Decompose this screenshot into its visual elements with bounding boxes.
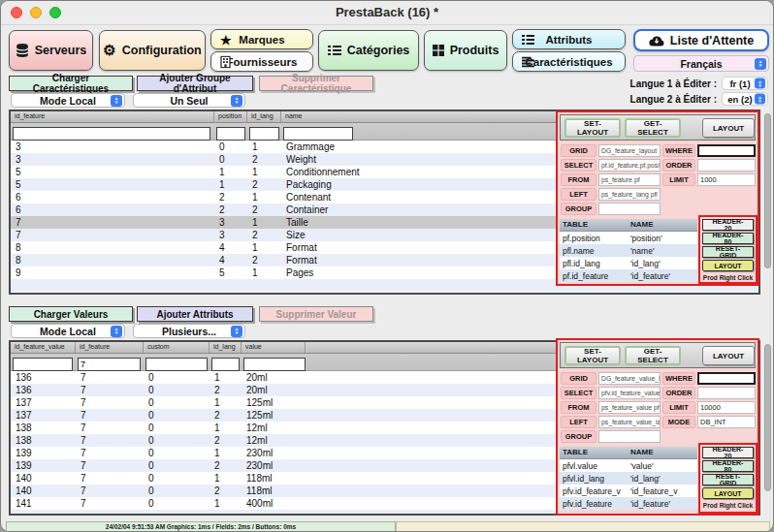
filter-input[interactable] bbox=[243, 358, 306, 371]
feature-query-panel: SET-LAYOUT GET-SELECT LAYOUT GRID DG_fea… bbox=[556, 110, 759, 286]
nav-configuration-button[interactable]: ⚙ Configuration bbox=[99, 30, 206, 71]
map-row[interactable]: pf.id_feature 'id_feature' bbox=[560, 269, 697, 282]
nav-fournisseurs-button[interactable]: Fournisseurs bbox=[210, 51, 313, 72]
window-title: PrestaBack (16) * bbox=[1, 5, 773, 19]
column-header[interactable]: custom bbox=[144, 342, 210, 353]
ajouter-attributs-button[interactable]: Ajouter Attributs bbox=[137, 306, 253, 322]
left-field-label: LEFT bbox=[561, 416, 597, 428]
get-select-button[interactable]: GET-SELECT bbox=[625, 118, 681, 138]
layout-side-button[interactable]: LAYOUT bbox=[702, 487, 754, 499]
filter-input[interactable] bbox=[13, 127, 210, 141]
set-layout-button[interactable]: SET-LAYOUT bbox=[564, 346, 621, 365]
limit-field-value[interactable]: 1000 bbox=[697, 173, 756, 186]
bullet-list-icon bbox=[522, 34, 534, 45]
grid-field-value[interactable]: DG_feature_layout bbox=[598, 144, 661, 157]
filter-input[interactable] bbox=[78, 358, 141, 371]
feature-count-select[interactable]: Un Seul ▲▼ bbox=[133, 93, 245, 108]
interface-language-value: Français bbox=[680, 58, 722, 70]
map-row[interactable]: pfv.id_feature_v 'id_feature_v bbox=[560, 485, 697, 497]
nav-produits-button[interactable]: Produits bbox=[424, 30, 507, 71]
group-field-value[interactable] bbox=[598, 203, 661, 215]
header-80-button[interactable]: HEADER-80 bbox=[702, 460, 754, 472]
group-field-label: GROUP bbox=[561, 203, 597, 215]
column-header[interactable]: id_lang bbox=[247, 111, 281, 122]
charger-valeurs-button[interactable]: Charger Valeurs bbox=[9, 306, 133, 322]
mode-field-value[interactable]: DB_INT bbox=[697, 416, 756, 428]
header-20-button[interactable]: HEADER-20 bbox=[702, 447, 754, 458]
limit-field-value[interactable]: 10000 bbox=[697, 401, 756, 414]
panel-button-strip: SET-LAYOUT GET-SELECT LAYOUT bbox=[560, 342, 756, 368]
value-mode-select[interactable]: Mode Local ▲▼ bbox=[11, 324, 125, 338]
from-field-value[interactable]: ps_feature pf bbox=[598, 173, 661, 186]
map-row[interactable]: pf.position 'position' bbox=[560, 232, 697, 244]
filter-input[interactable] bbox=[145, 358, 208, 371]
nav-categories-button[interactable]: Catégories bbox=[318, 30, 419, 71]
filter-input[interactable] bbox=[211, 358, 240, 371]
map-row[interactable]: pfv.id_feature 'id_feature' bbox=[560, 497, 697, 510]
nav-serveurs-button[interactable]: Serveurs bbox=[9, 30, 93, 71]
layout-side-button[interactable]: LAYOUT bbox=[702, 260, 754, 271]
value-side-buttons: HEADER-20 HEADER-80 RESET-GRID LAYOUT Pr… bbox=[698, 443, 758, 514]
stepper-icon: ▲▼ bbox=[755, 58, 766, 70]
cloud-download-icon bbox=[649, 35, 664, 47]
reset-grid-button[interactable]: RESET-GRID bbox=[702, 474, 754, 485]
where-field-value[interactable] bbox=[697, 372, 756, 385]
panel-button-strip: SET-LAYOUT GET-SELECT LAYOUT bbox=[560, 114, 756, 141]
where-field-value[interactable] bbox=[697, 144, 756, 157]
value-table-scrollbar[interactable] bbox=[763, 341, 772, 515]
map-row[interactable]: pfvl.id_lang 'id_lang' bbox=[560, 472, 697, 485]
column-header[interactable]: position bbox=[214, 111, 247, 122]
nav-liste-attente-button[interactable]: Liste d'Attente bbox=[633, 29, 769, 51]
nav-categories-label: Catégories bbox=[347, 44, 410, 57]
supprimer-caracteristique-button[interactable]: Supprimer Caractéristique bbox=[259, 76, 373, 91]
value-query-panel: SET-LAYOUT GET-SELECT LAYOUT GRID DG_fea… bbox=[556, 338, 759, 516]
gear-icon: ⚙ bbox=[103, 42, 115, 59]
column-header[interactable]: id_lang bbox=[210, 342, 242, 353]
interface-language-select[interactable]: Français ▲▼ bbox=[633, 55, 769, 72]
order-field-value[interactable] bbox=[697, 159, 756, 172]
stepper-icon: ▲▼ bbox=[231, 326, 242, 337]
map-row[interactable]: pfvl.value 'value' bbox=[560, 459, 697, 472]
value-mode-value: Mode Local bbox=[40, 326, 96, 337]
left-field-value[interactable]: ps_feature_lang pfl ON bbox=[598, 188, 661, 201]
get-select-button[interactable]: GET-SELECT bbox=[625, 346, 681, 365]
map-row[interactable]: pfl.name 'name' bbox=[560, 244, 697, 257]
filter-input[interactable] bbox=[249, 127, 279, 141]
filter-input[interactable] bbox=[283, 127, 353, 141]
grid-field-value[interactable]: DG_feature_value_layo bbox=[598, 372, 661, 385]
select-field-value[interactable]: pfv.id_feature_value,p bbox=[598, 387, 661, 399]
lang2-label: Langue 2 à Éditer : bbox=[525, 94, 717, 105]
column-header[interactable]: id_feature bbox=[76, 342, 144, 353]
value-count-select[interactable]: Plusieurs... ▲▼ bbox=[133, 324, 245, 338]
set-layout-button[interactable]: SET-LAYOUT bbox=[564, 118, 621, 138]
column-header[interactable]: id_feature bbox=[11, 111, 214, 122]
database-icon bbox=[16, 43, 29, 58]
nav-attributs-button[interactable]: Attributs bbox=[512, 29, 626, 49]
feature-table-scrollbar[interactable] bbox=[763, 110, 772, 294]
nav-caracteristiques-button[interactable]: Caractéristiques bbox=[512, 51, 626, 72]
feature-mode-select[interactable]: Mode Local ▲▼ bbox=[11, 93, 125, 108]
column-header[interactable]: id_feature_value bbox=[11, 342, 76, 353]
layout-button[interactable]: LAYOUT bbox=[702, 118, 755, 138]
order-field-value[interactable] bbox=[697, 387, 756, 399]
map-row[interactable]: pfl.id_lang 'id_lang' bbox=[560, 257, 697, 269]
filter-input[interactable] bbox=[216, 127, 245, 141]
select-field-value[interactable]: pf.id_feature,pf.positio bbox=[598, 159, 661, 172]
lang1-select[interactable]: fr (1) ▲▼ bbox=[722, 77, 768, 90]
group-field-value[interactable] bbox=[598, 430, 661, 443]
charger-caracteristiques-button[interactable]: Charger Caractéristiques bbox=[9, 76, 133, 91]
column-header[interactable]: value bbox=[242, 342, 306, 353]
layout-button[interactable]: LAYOUT bbox=[702, 346, 755, 365]
scrollbar-thumb[interactable] bbox=[764, 344, 771, 491]
supprimer-valeur-button[interactable]: Supprimer Valeur bbox=[259, 306, 373, 322]
from-field-value[interactable]: ps_feature_value pfv bbox=[598, 401, 661, 414]
header-80-button[interactable]: HEADER-80 bbox=[702, 233, 754, 244]
scrollbar-thumb[interactable] bbox=[764, 113, 771, 268]
reset-grid-button[interactable]: RESET-GRID bbox=[702, 246, 754, 258]
left-field-value[interactable]: ps_feature_value_lang bbox=[598, 416, 661, 428]
header-20-button[interactable]: HEADER-20 bbox=[702, 219, 754, 231]
filter-input[interactable] bbox=[13, 358, 73, 371]
nav-marques-button[interactable]: ★ Marques bbox=[210, 29, 313, 49]
ajouter-groupe-attribut-button[interactable]: Ajouter Groupe d'Attribut bbox=[137, 76, 253, 91]
lang2-select[interactable]: en (2) ▲▼ bbox=[722, 92, 768, 106]
